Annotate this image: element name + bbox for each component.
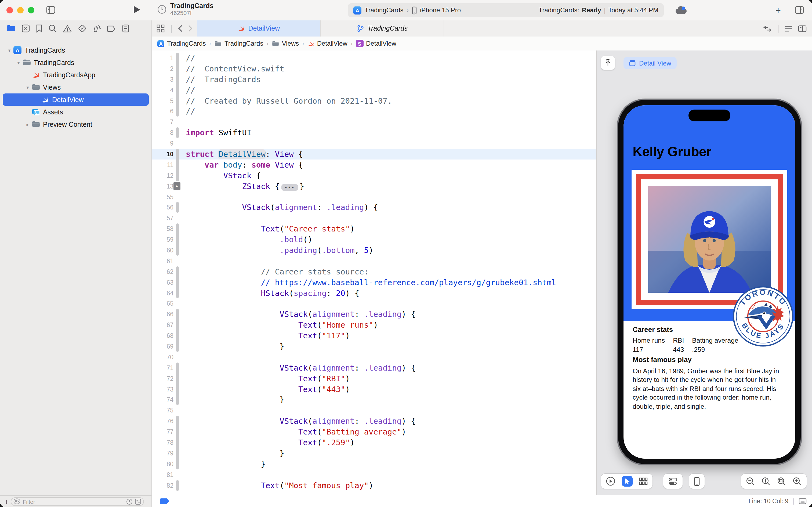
code-line-81[interactable]: 81 xyxy=(152,469,596,480)
code-line-62[interactable]: 62 // Career stats source: xyxy=(152,266,596,277)
code-line-69[interactable]: 69 } xyxy=(152,341,596,352)
code-line-80[interactable]: 80 } xyxy=(152,459,596,469)
code-line-64[interactable]: 64 HStack(spacing: 20) { xyxy=(152,288,596,298)
code-line-75[interactable]: 75 xyxy=(152,405,596,416)
minimap-options-icon[interactable] xyxy=(785,25,793,32)
code-line-68[interactable]: 68 Text("117") xyxy=(152,330,596,341)
code-line-79[interactable]: 79 } xyxy=(152,448,596,459)
code-line-66[interactable]: 66 VStack(alignment: .leading) { xyxy=(152,309,596,320)
code-line-82[interactable]: 82 Text("Most famous play") xyxy=(152,480,596,491)
code-line-56[interactable]: 56 VStack(alignment: .leading) { xyxy=(152,202,596,213)
scheme-project[interactable]: TradingCards xyxy=(365,6,404,14)
sidebar-toggle-icon[interactable] xyxy=(46,6,55,14)
run-button[interactable] xyxy=(133,5,141,14)
bookmark-navigator-icon[interactable] xyxy=(36,24,43,33)
live-preview-icon[interactable] xyxy=(606,476,616,486)
variants-grid-icon[interactable] xyxy=(639,477,648,485)
tab-detailview[interactable]: DetailView xyxy=(197,20,321,37)
code-line-7[interactable]: 7 xyxy=(152,117,596,127)
code-line-71[interactable]: 71 VStack(alignment: .leading) { xyxy=(152,362,596,373)
breadcrumb-item-tradingcards[interactable]: TradingCards xyxy=(214,40,264,47)
add-editor-icon[interactable] xyxy=(798,25,807,32)
test-navigator-icon[interactable] xyxy=(78,24,86,33)
code-line-1[interactable]: 1// xyxy=(152,53,596,63)
run-destination[interactable]: iPhone 15 Pro xyxy=(420,6,461,14)
detail-view-chip[interactable]: Detail View xyxy=(624,57,677,69)
code-line-5[interactable]: 5// Created by Russell Gordon on 2021-11… xyxy=(152,95,596,106)
filter-field[interactable]: Filter xyxy=(11,497,144,506)
source-editor[interactable]: 1//2// ContentView.swift3// TradingCards… xyxy=(152,51,596,495)
breadcrumb-item-views[interactable]: Views xyxy=(272,40,299,47)
code-line-8[interactable]: 8import SwiftUI xyxy=(152,127,596,138)
code-line-65[interactable]: 65 xyxy=(152,298,596,309)
project-navigator-icon[interactable] xyxy=(6,25,15,32)
code-line-58[interactable]: 58 Text("Career stats") xyxy=(152,224,596,234)
code-line-70[interactable]: 70 xyxy=(152,352,596,362)
breadcrumb-item-tradingcards[interactable]: ATradingCards xyxy=(157,40,206,47)
code-line-10[interactable]: 10struct DetailView: View { xyxy=(152,149,596,160)
pin-preview-button[interactable] xyxy=(601,56,615,70)
zoom-window-button[interactable] xyxy=(28,7,35,13)
breadcrumb-item-detailview[interactable]: DetailView xyxy=(307,40,347,47)
code-line-74[interactable]: 74 } xyxy=(152,394,596,405)
chevron-open-icon[interactable]: ▾ xyxy=(6,48,13,53)
sidebar-item-preview-content[interactable]: ▸Preview Content xyxy=(3,118,149,130)
code-line-60[interactable]: 60 .padding(.bottom, 5) xyxy=(152,245,596,256)
sidebar-item-tradingcards[interactable]: ▾TradingCards xyxy=(3,56,149,69)
sidebar-item-views[interactable]: ▾Views xyxy=(3,81,149,94)
zoom-out-icon[interactable] xyxy=(746,477,755,486)
code-review-icon[interactable] xyxy=(763,25,772,32)
code-line-72[interactable]: 72 Text("RBI") xyxy=(152,373,596,384)
issue-navigator-icon[interactable] xyxy=(63,24,72,33)
sidebar-item-detailview[interactable]: DetailView xyxy=(3,94,149,106)
breakpoint-navigator-icon[interactable] xyxy=(107,25,116,32)
recent-files-icon[interactable] xyxy=(126,498,133,505)
breadcrumb-item-detailview[interactable]: SDetailView xyxy=(356,40,396,47)
chevron-open-icon[interactable]: ▾ xyxy=(24,84,31,90)
code-line-2[interactable]: 2// ContentView.swift xyxy=(152,63,596,74)
folded-code-chip[interactable]: ••• xyxy=(281,184,298,190)
zoom-fit-icon[interactable] xyxy=(777,477,786,486)
minimize-window-button[interactable] xyxy=(17,7,23,13)
plus-button[interactable]: + xyxy=(775,5,781,16)
debug-navigator-icon[interactable] xyxy=(93,24,101,33)
inspector-toggle-icon[interactable] xyxy=(795,6,804,14)
preview-screen[interactable]: Kelly Gruber xyxy=(624,105,795,459)
breakpoint-tag-icon[interactable] xyxy=(160,498,169,504)
source-control-navigator-icon[interactable] xyxy=(21,24,30,33)
zoom-100-icon[interactable] xyxy=(761,477,771,486)
chevron-open-icon[interactable]: ▾ xyxy=(15,60,22,65)
back-button[interactable] xyxy=(178,25,183,32)
selectable-mode-icon[interactable] xyxy=(622,476,633,487)
source-control-status-icon[interactable] xyxy=(135,498,141,505)
code-line-11[interactable]: 11 var body: some View { xyxy=(152,160,596,170)
tab-tradingcards[interactable]: TradingCards xyxy=(321,20,444,37)
code-line-12[interactable]: 12 VStack { xyxy=(152,170,596,181)
sidebar-item-assets[interactable]: Assets xyxy=(3,106,149,118)
related-items-icon[interactable] xyxy=(156,24,165,33)
editor-options-icon[interactable] xyxy=(799,498,807,504)
code-line-63[interactable]: 63 // https://www.baseball-reference.com… xyxy=(152,277,596,288)
code-line-9[interactable]: 9 xyxy=(152,138,596,149)
code-line-76[interactable]: 76 VStack(alignment: .leading) { xyxy=(152,416,596,427)
fold-marker-icon[interactable]: ▸ xyxy=(173,182,180,190)
code-line-57[interactable]: 57 xyxy=(152,213,596,224)
report-navigator-icon[interactable] xyxy=(122,24,129,33)
code-line-77[interactable]: 77 Text("Batting average") xyxy=(152,427,596,437)
forward-button[interactable] xyxy=(188,25,193,32)
scheme-selector[interactable]: A TradingCards › iPhone 15 Pro xyxy=(353,6,461,14)
code-line-67[interactable]: 67 Text("Home runs") xyxy=(152,320,596,331)
sidebar-item-tradingcards[interactable]: ▾ATradingCards xyxy=(3,44,149,56)
chevron-closed-icon[interactable]: ▸ xyxy=(24,122,31,127)
close-window-button[interactable] xyxy=(6,7,13,13)
zoom-in-icon[interactable] xyxy=(793,477,802,486)
find-navigator-icon[interactable] xyxy=(48,24,57,33)
code-line-55[interactable]: 55 xyxy=(152,191,596,202)
preview-device-button[interactable] xyxy=(689,474,705,489)
add-file-button[interactable]: + xyxy=(4,497,9,506)
device-settings-button[interactable] xyxy=(663,474,683,489)
build-status[interactable]: TradingCards: Ready | Today at 5:44 PM xyxy=(539,6,658,14)
code-line-13[interactable]: 13▸ ZStack {•••} xyxy=(152,181,596,191)
code-line-4[interactable]: 4// xyxy=(152,84,596,95)
code-line-59[interactable]: 59 .bold() xyxy=(152,234,596,245)
